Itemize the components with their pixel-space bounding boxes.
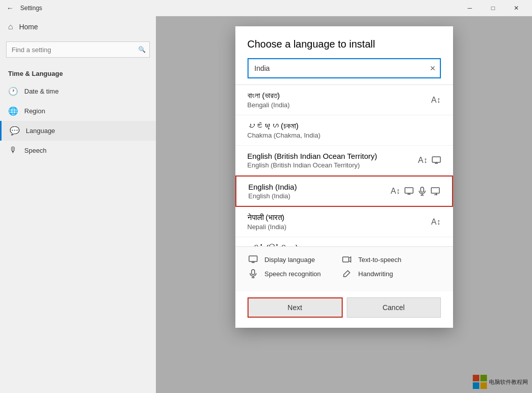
lang-item-chakma-india[interactable]: 𑄌𑄋𑄴𑄟𑄳𑄦 (চকমা) Chakma (Chakma, India)	[235, 115, 453, 146]
settings-window: ← Settings ─ □ ✕ ⌂ Home 🔍 Time & Languag…	[0, 0, 532, 393]
mic-icon-india	[418, 187, 427, 196]
lang-item-nepali-india[interactable]: नेपाली (भारत) Nepali (India) A↕	[235, 207, 453, 237]
lang-native-nepali: नेपाली (भारत)	[248, 213, 431, 222]
display-icon-bio	[432, 156, 441, 165]
lang-native-bio: English (British Indian Ocean Territory)	[248, 152, 418, 160]
text-size-icon-india: A↕	[391, 187, 400, 196]
dialog-buttons: Next Cancel	[235, 291, 453, 328]
lang-icons-india: A↕	[391, 187, 440, 196]
sidebar-item-region[interactable]: 🌐 Region	[0, 101, 156, 121]
region-icon: 🌐	[8, 106, 18, 116]
cancel-button[interactable]: Cancel	[347, 297, 441, 318]
handwriting-label: Handwriting	[358, 270, 393, 278]
text-size-icon: A↕	[431, 96, 441, 105]
speech-label: Speech	[24, 147, 47, 154]
lang-item-tamil-india[interactable]: தமிழ் (இந்தியா) Tamil (India) A↕	[235, 237, 453, 246]
language-label: Language	[26, 127, 55, 135]
lang-item-english-india[interactable]: English (India) English (India) A↕	[235, 176, 453, 207]
search-clear-button[interactable]: ✕	[430, 64, 436, 72]
next-button[interactable]: Next	[248, 297, 343, 318]
svg-rect-6	[421, 187, 424, 192]
lang-icons-bengali: A↕	[431, 96, 441, 105]
lang-item-english-bio[interactable]: English (British Indian Ocean Territory)…	[235, 146, 453, 176]
mic-caption-icon	[248, 269, 259, 278]
lang-english-nepali: Nepali (India)	[248, 223, 431, 231]
home-icon: ⌂	[8, 22, 13, 31]
caption-section: Display language Speech re	[235, 246, 453, 291]
lang-english-chakma: Chakma (Chakma, India)	[248, 132, 441, 139]
modal-overlay: Choose a language to install ✕ বাংলা (ভা…	[156, 16, 532, 393]
svg-rect-0	[432, 157, 440, 162]
dialog-title: Choose a language to install	[235, 26, 453, 58]
caption-handwriting: Handwriting	[341, 269, 401, 278]
window-title: Settings	[20, 5, 458, 12]
handwriting-icon-india	[431, 187, 440, 196]
close-button[interactable]: ✕	[505, 0, 528, 16]
sidebar: ⌂ Home 🔍 Time & Language 🕐 Date & time 🌐…	[0, 16, 156, 393]
lang-english-bengali: Bengali (India)	[248, 101, 431, 109]
sidebar-item-language[interactable]: 💬 Language	[0, 121, 156, 141]
lang-native-india: English (India)	[249, 183, 391, 191]
text-to-speech-label: Text-to-speech	[358, 256, 401, 264]
home-label: Home	[19, 23, 38, 31]
back-button[interactable]: ←	[4, 2, 16, 14]
window-controls: ─ □ ✕	[458, 0, 528, 16]
caption-display: Display language	[248, 255, 321, 264]
svg-rect-3	[405, 188, 413, 193]
display-icon-india	[404, 187, 414, 196]
language-icon: 💬	[10, 126, 20, 136]
clock-icon: 🕐	[8, 86, 18, 96]
find-setting-container: 🔍	[6, 41, 150, 58]
lang-english-bio: English (British Indian Ocean Territory)	[248, 161, 418, 169]
search-icon: 🔍	[138, 46, 146, 53]
caption-col-1: Display language Speech re	[248, 255, 321, 283]
lang-item-bengali-india[interactable]: বাংলা (ভারত) Bengali (India) A↕	[235, 85, 453, 115]
sidebar-section-title: Time & Language	[0, 62, 156, 81]
language-search-input[interactable]	[249, 59, 440, 77]
display-caption-icon	[248, 255, 259, 264]
maximize-button[interactable]: □	[481, 0, 505, 16]
main-content: ⌂ Home 🔍 Time & Language 🕐 Date & time 🌐…	[0, 16, 532, 393]
lang-native-chakma: 𑄌𑄋𑄴𑄟𑄳𑄦 (চকমা)	[248, 121, 441, 130]
sidebar-item-date-time[interactable]: 🕐 Date & time	[0, 81, 156, 101]
search-box: ✕	[248, 58, 441, 78]
pen-caption-icon	[341, 269, 352, 278]
svg-rect-14	[249, 256, 257, 261]
tts-caption-icon	[341, 255, 352, 264]
title-bar: ← Settings ─ □ ✕	[0, 0, 532, 16]
lang-english-india: English (India)	[249, 192, 391, 200]
right-panel: Choose a language to install ✕ বাংলা (ভা…	[156, 16, 532, 393]
text-size-icon-bio: A↕	[418, 156, 428, 165]
find-setting-input[interactable]	[6, 41, 150, 58]
lang-icons-nepali: A↕	[431, 217, 441, 227]
svg-rect-17	[252, 270, 255, 275]
caption-col-2: Text-to-speech Handwriting	[341, 255, 401, 283]
language-install-dialog: Choose a language to install ✕ বাংলা (ভা…	[235, 26, 453, 328]
region-label: Region	[24, 107, 45, 115]
sidebar-home[interactable]: ⌂ Home	[0, 16, 156, 37]
lang-native-bengali: বাংলা (ভারত)	[248, 91, 431, 100]
caption-tts: Text-to-speech	[341, 255, 401, 264]
language-list[interactable]: বাংলা (ভারত) Bengali (India) A↕ 𑄌𑄋𑄴𑄟𑄳𑄦 (…	[235, 84, 453, 246]
display-language-label: Display language	[265, 256, 315, 264]
text-size-icon-nepali: A↕	[431, 217, 441, 227]
minimize-button[interactable]: ─	[458, 0, 481, 16]
speech-icon: 🎙	[8, 146, 18, 155]
svg-rect-20	[343, 257, 349, 262]
caption-speech: Speech recognition	[248, 269, 321, 278]
date-time-label: Date & time	[24, 88, 59, 95]
lang-icons-bio: A↕	[418, 156, 441, 165]
speech-recognition-label: Speech recognition	[265, 270, 321, 278]
sidebar-item-speech[interactable]: 🎙 Speech	[0, 141, 156, 160]
svg-rect-9	[431, 188, 439, 193]
